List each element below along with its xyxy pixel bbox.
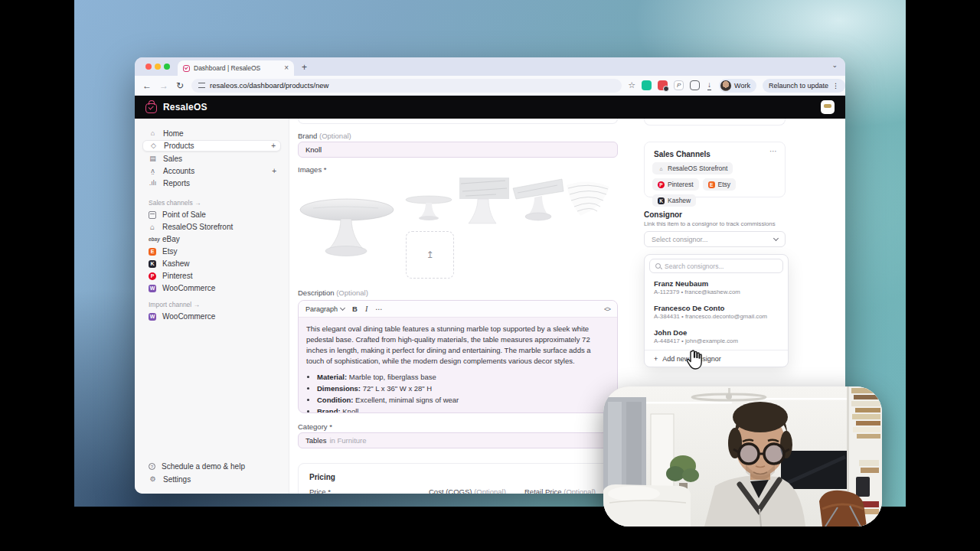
sidebar-item-reports[interactable]: .ılı Reports — [142, 178, 281, 189]
browser-menu-icon[interactable]: ⋮ — [832, 82, 839, 90]
woocommerce-icon: W — [149, 285, 156, 292]
channel-label: eBay — [162, 235, 180, 243]
italic-button[interactable]: I — [365, 305, 368, 313]
kashew-icon: K — [149, 260, 156, 268]
chip-etsy[interactable]: E Etsy — [703, 178, 737, 191]
product-image-main[interactable] — [298, 176, 398, 264]
reload-icon[interactable]: ↻ — [176, 80, 184, 91]
relaunch-to-update-button[interactable]: Relaunch to update ⋮ — [763, 79, 845, 93]
description-editor[interactable]: Paragraph B I ⋯ <> This elegant oval din… — [298, 300, 618, 413]
sidebar-label: Accounts — [163, 167, 194, 175]
header-action-button[interactable] — [821, 100, 835, 114]
letterbox-right — [906, 0, 980, 551]
downloads-icon[interactable]: ↓ — [707, 81, 711, 90]
sidebar-channel-pos[interactable]: Point of Sale — [142, 209, 281, 220]
sidebar-label: Reports — [163, 179, 190, 187]
sales-channels-menu-icon[interactable]: ⋯ — [769, 147, 777, 155]
product-image-thumb[interactable] — [458, 176, 511, 227]
address-bar[interactable]: resaleos.co/dashboard/products/new — [191, 79, 622, 93]
product-image-thumb[interactable] — [511, 176, 564, 226]
sidebar-import-woocommerce[interactable]: W WooCommerce — [142, 311, 281, 322]
extension-grammarly-icon[interactable] — [642, 80, 652, 90]
extension-badge-icon[interactable] — [658, 80, 668, 90]
product-image-thumb[interactable] — [565, 176, 612, 226]
paragraph-style-dropdown[interactable]: Paragraph — [305, 305, 345, 313]
brand-input[interactable]: Knoll — [298, 142, 618, 158]
forward-icon[interactable]: → — [159, 80, 168, 91]
back-icon[interactable]: ← — [142, 80, 152, 91]
footer-label: Settings — [163, 475, 191, 484]
bookmark-star-icon[interactable]: ☆ — [628, 80, 635, 90]
minimize-window-button[interactable] — [155, 64, 161, 70]
category-value: Tables — [305, 436, 326, 445]
kashew-icon: K — [658, 197, 665, 204]
letterbox-left — [0, 0, 74, 551]
card-edge — [644, 119, 786, 126]
profile-label: Work — [734, 82, 750, 90]
people-icon: ʌ̤ — [149, 168, 157, 174]
sidebar-channel-pinterest[interactable]: P Pinterest — [142, 270, 281, 282]
tag-icon: ◇ — [149, 142, 158, 149]
code-view-icon[interactable]: <> — [604, 305, 610, 313]
chevron-down-icon — [773, 235, 779, 240]
images-label: Images * — [298, 165, 327, 174]
pricing-title: Pricing — [309, 473, 335, 481]
sidebar-channel-ebay[interactable]: ebay eBay — [142, 233, 281, 245]
sales-channels-header[interactable]: Sales channels → — [149, 199, 201, 207]
consignor-option[interactable]: John Doe — [654, 328, 687, 337]
consignor-select[interactable]: Select consignor... — [644, 231, 786, 247]
sidebar-channel-kashew[interactable]: K Kashew — [142, 258, 281, 269]
add-account-icon[interactable]: + — [272, 167, 276, 175]
search-icon — [655, 263, 661, 269]
desktop: Dashboard | ResaleOS × + ⌄ ← → ↻ resaleo… — [0, 0, 980, 551]
tab-search-icon[interactable]: ⌄ — [831, 61, 838, 69]
etsy-icon: E — [149, 248, 156, 256]
description-body[interactable]: This elegant oval dining table features … — [299, 318, 617, 413]
gear-icon: ⚙ — [149, 476, 157, 483]
description-bullets: Material: Marble top, fiberglass base Di… — [317, 372, 609, 413]
sidebar-item-sales[interactable]: ▤ Sales — [142, 153, 281, 165]
category-context: in Furniture — [329, 436, 366, 445]
browser-tab[interactable]: Dashboard | ResaleOS × — [178, 60, 294, 76]
sidebar-item-settings[interactable]: ⚙ Settings — [142, 474, 281, 485]
more-formatting-icon[interactable]: ⋯ — [375, 305, 382, 313]
channel-chips: ⌂ ResaleOS Storefront P Pinterest E Etsy… — [652, 162, 779, 207]
close-window-button[interactable] — [145, 64, 152, 70]
sidebar-item-home[interactable]: ⌂ Home — [142, 128, 281, 139]
tab-strip: Dashboard | ResaleOS × + ⌄ — [135, 57, 845, 76]
profile-button[interactable]: Work — [719, 79, 756, 93]
plus-icon: + — [654, 355, 658, 363]
new-tab-button[interactable]: + — [302, 62, 307, 73]
consignor-title: Consignor — [644, 210, 682, 219]
consignor-dropdown: Franz Neubaum A-112379 • france@kashew.c… — [644, 254, 789, 367]
chip-pinterest[interactable]: P Pinterest — [652, 178, 699, 191]
sidebar-item-help[interactable]: ? Schedule a demo & help — [142, 461, 281, 472]
sidebar-channel-storefront[interactable]: ⌂ ResaleOS Storefront — [142, 221, 281, 233]
consignor-option[interactable]: Francesco De Conto — [654, 304, 724, 312]
tab-close-icon[interactable]: × — [284, 64, 289, 72]
channel-label: Pinterest — [162, 272, 192, 280]
sidebar-channel-etsy[interactable]: E Etsy — [142, 246, 281, 257]
sidebar-item-accounts[interactable]: ʌ̤ Accounts + — [142, 165, 281, 177]
zoom-window-button[interactable] — [164, 64, 170, 70]
chip-storefront[interactable]: ⌂ ResaleOS Storefront — [652, 162, 733, 174]
etsy-icon: E — [708, 181, 715, 188]
category-input[interactable]: Tables in Furniture — [298, 432, 618, 448]
consignor-option-meta: A-384431 • francesco.deconto@gmail.com — [654, 313, 767, 320]
consignor-option[interactable]: Franz Neubaum — [654, 279, 708, 288]
sidebar-channel-woocommerce[interactable]: W WooCommerce — [142, 282, 281, 294]
bold-button[interactable]: B — [352, 305, 358, 313]
image-upload-dropzone[interactable]: ↥ — [406, 231, 454, 279]
consignor-search-input[interactable] — [665, 262, 777, 270]
import-channel-header[interactable]: Import channel → — [149, 301, 200, 308]
add-product-icon[interactable]: + — [271, 142, 276, 150]
extension-p-icon[interactable]: P — [674, 80, 684, 90]
pinterest-icon: P — [658, 181, 665, 188]
product-image-thumb[interactable] — [404, 191, 453, 224]
extensions-puzzle-icon[interactable] — [690, 80, 700, 90]
consignor-search[interactable] — [649, 259, 783, 273]
brand-value: Knoll — [305, 145, 322, 154]
sidebar-item-products[interactable]: ◇ Products + — [142, 140, 281, 152]
site-info-icon[interactable] — [198, 83, 205, 88]
chip-kashew[interactable]: K Kashew — [652, 194, 696, 207]
